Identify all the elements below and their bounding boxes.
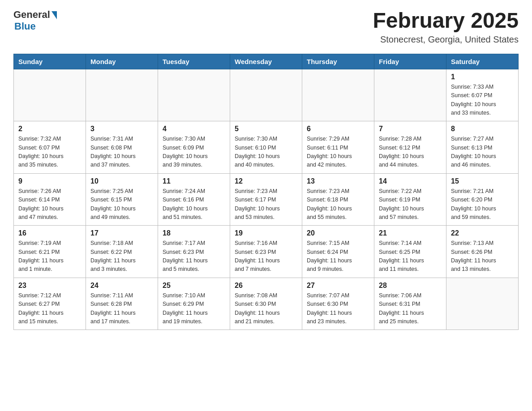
day-number: 28 xyxy=(379,282,442,290)
month-title: February 2025 xyxy=(373,9,519,33)
day-number: 22 xyxy=(451,229,514,237)
day-info: Sunrise: 7:23 AM Sunset: 6:17 PM Dayligh… xyxy=(235,187,297,222)
day-number: 7 xyxy=(379,125,442,133)
day-number: 2 xyxy=(18,125,81,133)
calendar-day-cell: 25Sunrise: 7:10 AM Sunset: 6:29 PM Dayli… xyxy=(158,278,230,330)
calendar-day-cell: 28Sunrise: 7:06 AM Sunset: 6:31 PM Dayli… xyxy=(374,278,446,330)
calendar-day-cell: 23Sunrise: 7:12 AM Sunset: 6:27 PM Dayli… xyxy=(14,278,86,330)
calendar-day-cell: 13Sunrise: 7:23 AM Sunset: 6:18 PM Dayli… xyxy=(302,173,374,226)
day-number: 6 xyxy=(307,125,369,133)
calendar-day-cell: 20Sunrise: 7:15 AM Sunset: 6:24 PM Dayli… xyxy=(302,226,374,278)
day-number: 14 xyxy=(379,177,442,185)
calendar-day-cell: 12Sunrise: 7:23 AM Sunset: 6:17 PM Dayli… xyxy=(230,173,302,226)
calendar-header-row: SundayMondayTuesdayWednesdayThursdayFrid… xyxy=(14,54,519,69)
calendar-day-cell xyxy=(374,69,446,121)
day-info: Sunrise: 7:19 AM Sunset: 6:21 PM Dayligh… xyxy=(18,239,81,274)
day-number: 11 xyxy=(163,177,225,185)
day-info: Sunrise: 7:22 AM Sunset: 6:19 PM Dayligh… xyxy=(379,187,442,222)
day-info: Sunrise: 7:24 AM Sunset: 6:16 PM Dayligh… xyxy=(163,187,225,222)
calendar-day-cell: 10Sunrise: 7:25 AM Sunset: 6:15 PM Dayli… xyxy=(86,173,158,226)
calendar-day-cell: 17Sunrise: 7:18 AM Sunset: 6:22 PM Dayli… xyxy=(86,226,158,278)
day-info: Sunrise: 7:16 AM Sunset: 6:23 PM Dayligh… xyxy=(235,239,297,274)
day-number: 19 xyxy=(235,229,297,237)
day-info: Sunrise: 7:11 AM Sunset: 6:28 PM Dayligh… xyxy=(90,291,153,326)
calendar-day-cell: 27Sunrise: 7:07 AM Sunset: 6:30 PM Dayli… xyxy=(302,278,374,330)
day-number: 18 xyxy=(163,229,225,237)
logo-general-text: General xyxy=(13,9,50,21)
title-area: February 2025 Stonecrest, Georgia, Unite… xyxy=(373,9,519,45)
logo-arrow-icon xyxy=(51,11,57,19)
location-subtitle: Stonecrest, Georgia, United States xyxy=(373,34,519,45)
day-info: Sunrise: 7:30 AM Sunset: 6:10 PM Dayligh… xyxy=(235,135,297,170)
day-of-week-header: Tuesday xyxy=(158,54,230,69)
day-info: Sunrise: 7:30 AM Sunset: 6:09 PM Dayligh… xyxy=(163,135,225,170)
calendar-table: SundayMondayTuesdayWednesdayThursdayFrid… xyxy=(13,54,519,330)
day-number: 15 xyxy=(451,177,514,185)
day-info: Sunrise: 7:21 AM Sunset: 6:20 PM Dayligh… xyxy=(451,187,514,222)
day-number: 10 xyxy=(90,177,153,185)
day-info: Sunrise: 7:25 AM Sunset: 6:15 PM Dayligh… xyxy=(90,187,153,222)
day-number: 20 xyxy=(307,229,369,237)
calendar-day-cell xyxy=(158,69,230,121)
calendar-day-cell xyxy=(14,69,86,121)
calendar-day-cell: 11Sunrise: 7:24 AM Sunset: 6:16 PM Dayli… xyxy=(158,173,230,226)
day-number: 8 xyxy=(451,125,514,133)
calendar-day-cell: 14Sunrise: 7:22 AM Sunset: 6:19 PM Dayli… xyxy=(374,173,446,226)
day-number: 13 xyxy=(307,177,369,185)
day-info: Sunrise: 7:08 AM Sunset: 6:30 PM Dayligh… xyxy=(235,291,297,326)
calendar-day-cell: 21Sunrise: 7:14 AM Sunset: 6:25 PM Dayli… xyxy=(374,226,446,278)
day-of-week-header: Monday xyxy=(86,54,158,69)
day-of-week-header: Friday xyxy=(374,54,446,69)
calendar-day-cell: 1Sunrise: 7:33 AM Sunset: 6:07 PM Daylig… xyxy=(446,69,519,121)
calendar-day-cell xyxy=(230,69,302,121)
day-info: Sunrise: 7:14 AM Sunset: 6:25 PM Dayligh… xyxy=(379,239,442,274)
calendar-week-row: 16Sunrise: 7:19 AM Sunset: 6:21 PM Dayli… xyxy=(14,226,519,278)
day-info: Sunrise: 7:15 AM Sunset: 6:24 PM Dayligh… xyxy=(307,239,369,274)
day-number: 25 xyxy=(163,282,225,290)
calendar-day-cell xyxy=(446,278,519,330)
calendar-day-cell: 3Sunrise: 7:31 AM Sunset: 6:08 PM Daylig… xyxy=(86,121,158,174)
day-info: Sunrise: 7:17 AM Sunset: 6:23 PM Dayligh… xyxy=(163,239,225,274)
day-number: 5 xyxy=(235,125,297,133)
day-info: Sunrise: 7:27 AM Sunset: 6:13 PM Dayligh… xyxy=(451,135,514,170)
day-info: Sunrise: 7:12 AM Sunset: 6:27 PM Dayligh… xyxy=(18,291,81,326)
day-number: 16 xyxy=(18,229,81,237)
day-info: Sunrise: 7:29 AM Sunset: 6:11 PM Dayligh… xyxy=(307,135,369,170)
calendar-day-cell: 7Sunrise: 7:28 AM Sunset: 6:12 PM Daylig… xyxy=(374,121,446,174)
calendar-day-cell: 19Sunrise: 7:16 AM Sunset: 6:23 PM Dayli… xyxy=(230,226,302,278)
calendar-day-cell: 22Sunrise: 7:13 AM Sunset: 6:26 PM Dayli… xyxy=(446,226,519,278)
day-number: 12 xyxy=(235,177,297,185)
calendar-day-cell: 16Sunrise: 7:19 AM Sunset: 6:21 PM Dayli… xyxy=(14,226,86,278)
calendar-day-cell: 5Sunrise: 7:30 AM Sunset: 6:10 PM Daylig… xyxy=(230,121,302,174)
calendar-day-cell: 4Sunrise: 7:30 AM Sunset: 6:09 PM Daylig… xyxy=(158,121,230,174)
day-info: Sunrise: 7:13 AM Sunset: 6:26 PM Dayligh… xyxy=(451,239,514,274)
day-info: Sunrise: 7:33 AM Sunset: 6:07 PM Dayligh… xyxy=(451,83,514,118)
day-of-week-header: Thursday xyxy=(302,54,374,69)
calendar-week-row: 9Sunrise: 7:26 AM Sunset: 6:14 PM Daylig… xyxy=(14,173,519,226)
day-info: Sunrise: 7:07 AM Sunset: 6:30 PM Dayligh… xyxy=(307,291,369,326)
page-header: General Blue February 2025 Stonecrest, G… xyxy=(13,9,519,45)
day-info: Sunrise: 7:23 AM Sunset: 6:18 PM Dayligh… xyxy=(307,187,369,222)
calendar-week-row: 1Sunrise: 7:33 AM Sunset: 6:07 PM Daylig… xyxy=(14,69,519,121)
day-of-week-header: Saturday xyxy=(446,54,519,69)
day-info: Sunrise: 7:18 AM Sunset: 6:22 PM Dayligh… xyxy=(90,239,153,274)
logo-blue-text: Blue xyxy=(14,21,36,32)
day-info: Sunrise: 7:28 AM Sunset: 6:12 PM Dayligh… xyxy=(379,135,442,170)
day-number: 21 xyxy=(379,229,442,237)
day-number: 17 xyxy=(90,229,153,237)
calendar-day-cell: 8Sunrise: 7:27 AM Sunset: 6:13 PM Daylig… xyxy=(446,121,519,174)
calendar-day-cell xyxy=(86,69,158,121)
calendar-week-row: 2Sunrise: 7:32 AM Sunset: 6:07 PM Daylig… xyxy=(14,121,519,174)
day-number: 26 xyxy=(235,282,297,290)
day-info: Sunrise: 7:31 AM Sunset: 6:08 PM Dayligh… xyxy=(90,135,153,170)
calendar-day-cell xyxy=(302,69,374,121)
day-number: 3 xyxy=(90,125,153,133)
day-number: 9 xyxy=(18,177,81,185)
day-info: Sunrise: 7:06 AM Sunset: 6:31 PM Dayligh… xyxy=(379,291,442,326)
calendar-day-cell: 26Sunrise: 7:08 AM Sunset: 6:30 PM Dayli… xyxy=(230,278,302,330)
day-info: Sunrise: 7:32 AM Sunset: 6:07 PM Dayligh… xyxy=(18,135,81,170)
day-info: Sunrise: 7:26 AM Sunset: 6:14 PM Dayligh… xyxy=(18,187,81,222)
calendar-day-cell: 9Sunrise: 7:26 AM Sunset: 6:14 PM Daylig… xyxy=(14,173,86,226)
day-number: 27 xyxy=(307,282,369,290)
calendar-day-cell: 15Sunrise: 7:21 AM Sunset: 6:20 PM Dayli… xyxy=(446,173,519,226)
